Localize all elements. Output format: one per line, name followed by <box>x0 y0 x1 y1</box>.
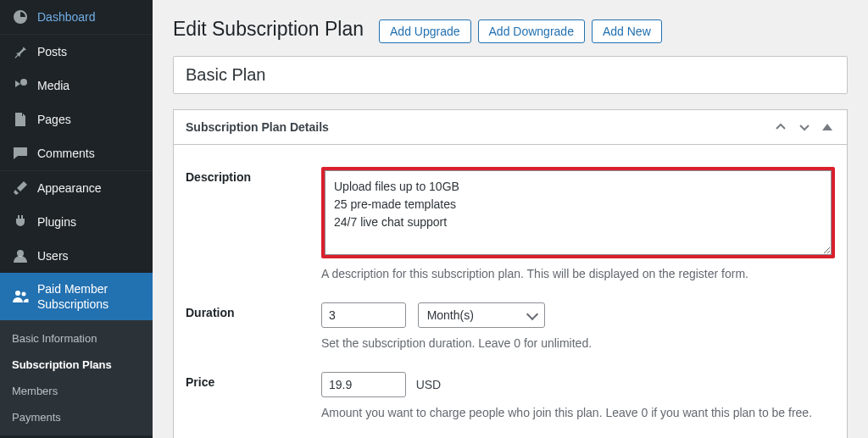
description-help: A description for this subscription plan… <box>321 267 835 280</box>
admin-sidebar: Dashboard Posts Media Pages Comments <box>0 0 153 438</box>
price-input[interactable] <box>321 372 406 397</box>
plug-icon <box>12 213 29 230</box>
svg-point-2 <box>15 291 20 296</box>
submenu-members[interactable]: Members <box>0 378 153 404</box>
menu-label: Plugins <box>37 214 76 230</box>
menu-label: Appearance <box>37 180 102 196</box>
menu-plugins[interactable]: Plugins <box>0 205 153 239</box>
members-icon <box>12 288 29 305</box>
page-title: Edit Subscription Plan <box>173 17 364 46</box>
svg-point-1 <box>17 250 24 257</box>
brush-icon <box>12 180 29 197</box>
pin-icon <box>12 43 29 60</box>
add-new-button[interactable]: Add New <box>592 19 662 43</box>
duration-input[interactable] <box>321 302 406 328</box>
menu-label: Posts <box>37 44 67 59</box>
description-label: Description <box>186 167 321 184</box>
price-help: Amount you want to charge people who joi… <box>321 406 835 419</box>
menu-posts[interactable]: Posts <box>0 35 153 69</box>
menu-appearance[interactable]: Appearance <box>0 171 153 205</box>
description-textarea[interactable] <box>325 170 832 255</box>
menu-pages[interactable]: Pages <box>0 103 153 136</box>
submenu: Basic Information Subscription Plans Mem… <box>0 320 153 435</box>
menu-label: Dashboard <box>37 9 96 25</box>
main-content: Edit Subscription Plan Add Upgrade Add D… <box>153 0 868 438</box>
duration-help: Set the subscription duration. Leave 0 f… <box>321 336 835 350</box>
comment-icon <box>12 145 29 162</box>
menu-paid-member-subscriptions[interactable]: Paid Member Subscriptions <box>0 273 153 320</box>
menu-label: Pages <box>37 112 71 127</box>
submenu-payments[interactable]: Payments <box>0 404 153 430</box>
menu-comments[interactable]: Comments <box>0 136 153 170</box>
menu-label: Comments <box>37 146 95 161</box>
currency-label: USD <box>416 378 442 391</box>
menu-media[interactable]: Media <box>0 69 153 103</box>
price-label: Price <box>186 372 321 389</box>
subscription-plan-details-box: Subscription Plan Details Description <box>173 109 848 438</box>
menu-label: Media <box>37 78 70 93</box>
description-highlight <box>321 167 835 258</box>
svg-point-3 <box>22 292 26 297</box>
submenu-subscription-plans[interactable]: Subscription Plans <box>0 352 153 378</box>
svg-point-0 <box>20 79 27 86</box>
plan-title-input[interactable] <box>173 56 848 94</box>
menu-users[interactable]: Users <box>0 239 153 273</box>
menu-dashboard[interactable]: Dashboard <box>0 0 153 34</box>
toggle-panel-button[interactable] <box>820 119 835 135</box>
menu-label: Paid Member Subscriptions <box>37 281 141 312</box>
submenu-basic-info[interactable]: Basic Information <box>0 325 153 352</box>
media-icon <box>12 77 29 94</box>
move-up-button[interactable] <box>772 119 789 136</box>
add-downgrade-button[interactable]: Add Downgrade <box>478 19 585 43</box>
move-down-button[interactable] <box>796 119 813 136</box>
dashboard-icon <box>12 8 29 25</box>
menu-label: Users <box>37 248 69 263</box>
user-icon <box>12 247 29 264</box>
duration-unit-select[interactable]: Month(s) <box>418 302 545 328</box>
add-upgrade-button[interactable]: Add Upgrade <box>379 19 471 43</box>
postbox-title: Subscription Plan Details <box>186 120 772 134</box>
page-icon <box>12 111 29 128</box>
duration-label: Duration <box>186 302 321 319</box>
